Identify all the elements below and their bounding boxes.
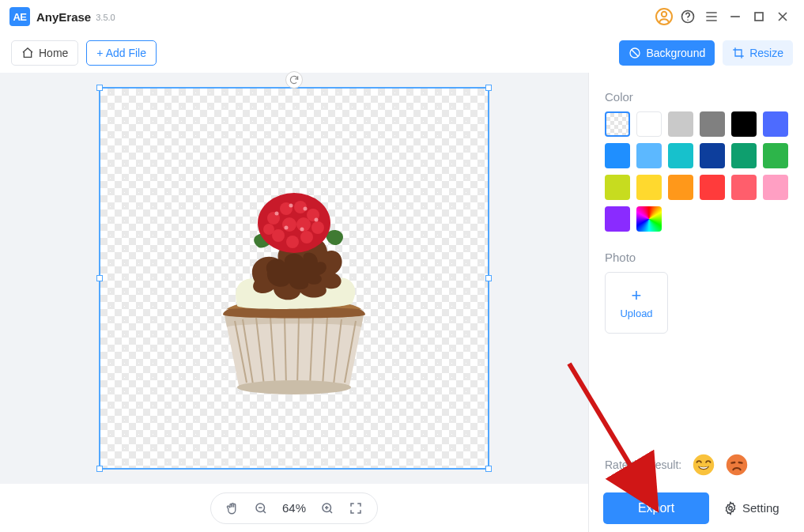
resize-handle-br[interactable]: [485, 466, 492, 472]
svg-point-25: [693, 455, 714, 475]
color-swatch-18[interactable]: [605, 206, 630, 232]
home-label: Home: [39, 47, 68, 59]
main-area: Color Photo + Upload Rate this result:: [0, 73, 804, 484]
zoom-out-button[interactable]: [254, 501, 268, 515]
pan-tool-button[interactable]: [225, 501, 240, 515]
svg-point-12: [311, 221, 324, 234]
gear-icon: [723, 501, 738, 515]
rate-happy-icon[interactable]: [693, 454, 715, 476]
menu-icon[interactable]: [700, 5, 723, 28]
color-swatch-9[interactable]: [700, 143, 725, 168]
background-icon: [628, 47, 641, 59]
color-swatch-2[interactable]: [668, 111, 693, 137]
upload-photo-button[interactable]: + Upload: [605, 272, 668, 334]
resize-button[interactable]: Resize: [723, 40, 793, 66]
fit-screen-button[interactable]: [349, 501, 363, 515]
zoom-in-button[interactable]: [320, 501, 334, 515]
background-label: Background: [646, 47, 705, 59]
svg-rect-4: [755, 13, 763, 21]
export-label: Export: [638, 501, 674, 515]
maximize-icon[interactable]: [747, 5, 771, 28]
footer-right: Export Setting: [589, 484, 804, 532]
export-button[interactable]: Export: [603, 492, 709, 524]
minimize-icon[interactable]: [723, 5, 747, 28]
footer-left: 64%: [0, 484, 589, 532]
svg-point-6: [237, 380, 351, 394]
resize-handle-bl[interactable]: [96, 466, 103, 472]
color-swatch-11[interactable]: [763, 143, 788, 168]
crop-icon: [732, 47, 745, 59]
rate-label: Rate this result:: [605, 458, 681, 471]
color-swatch-10[interactable]: [731, 143, 757, 168]
canvas-frame[interactable]: [99, 87, 489, 470]
svg-point-14: [286, 236, 299, 248]
svg-point-17: [282, 217, 296, 232]
color-swatch-14[interactable]: [668, 175, 693, 200]
color-swatches: [605, 111, 788, 232]
rotate-handle[interactable]: [285, 71, 303, 89]
color-swatch-12[interactable]: [605, 175, 630, 200]
app-name: AnyErase: [36, 10, 91, 24]
color-swatch-7[interactable]: [636, 143, 662, 168]
color-heading: Color: [605, 90, 788, 104]
svg-point-3: [687, 19, 689, 20]
svg-point-21: [304, 207, 308, 211]
svg-point-31: [729, 506, 733, 510]
home-button[interactable]: Home: [11, 40, 78, 66]
svg-point-23: [300, 228, 304, 232]
resize-handle-mr[interactable]: [485, 275, 492, 281]
color-swatch-13[interactable]: [636, 175, 662, 200]
photo-heading: Photo: [605, 251, 788, 264]
setting-button[interactable]: Setting: [723, 501, 779, 515]
rate-row: Rate this result:: [589, 454, 804, 476]
color-swatch-15[interactable]: [700, 175, 725, 200]
help-icon[interactable]: [676, 5, 700, 28]
add-file-button[interactable]: + Add File: [86, 40, 157, 66]
color-swatch-0[interactable]: [605, 111, 630, 137]
user-icon[interactable]: [652, 5, 676, 28]
color-swatch-1[interactable]: [636, 111, 662, 137]
titlebar: AE AnyErase 3.5.0: [0, 0, 804, 33]
home-icon: [21, 47, 34, 59]
app-version: 3.5.0: [96, 13, 115, 22]
svg-point-26: [727, 455, 747, 475]
canvas-area[interactable]: [0, 73, 589, 484]
setting-label: Setting: [742, 501, 779, 515]
color-swatch-5[interactable]: [763, 111, 788, 137]
svg-point-20: [289, 204, 293, 208]
upload-label: Upload: [620, 308, 652, 319]
zoom-value: 64%: [282, 501, 306, 515]
right-panel: Color Photo + Upload Rate this result:: [589, 73, 804, 484]
svg-point-1: [662, 12, 666, 17]
resize-label: Resize: [749, 47, 783, 59]
svg-point-13: [300, 231, 313, 243]
color-swatch-3[interactable]: [700, 111, 725, 137]
plus-icon: +: [632, 287, 642, 304]
svg-point-24: [285, 226, 289, 230]
add-file-label: + Add File: [96, 47, 146, 59]
svg-point-16: [263, 224, 274, 235]
resize-handle-ml[interactable]: [96, 275, 103, 281]
resize-handle-tl[interactable]: [96, 85, 103, 91]
zoom-controls: 64%: [210, 492, 378, 524]
rate-sad-icon[interactable]: [726, 454, 748, 476]
color-swatch-19[interactable]: [636, 206, 662, 232]
close-icon[interactable]: [771, 5, 795, 28]
resize-handle-tr[interactable]: [485, 85, 492, 91]
color-swatch-17[interactable]: [763, 175, 788, 200]
color-swatch-8[interactable]: [668, 143, 693, 168]
color-swatch-16[interactable]: [731, 175, 757, 200]
svg-point-19: [275, 212, 279, 216]
toolbar: Home + Add File Background Resize: [0, 33, 804, 73]
background-button[interactable]: Background: [619, 40, 715, 66]
color-swatch-6[interactable]: [605, 143, 630, 168]
footer: 64% Export Setting: [0, 484, 804, 532]
app-logo: AE: [9, 7, 30, 26]
color-swatch-4[interactable]: [731, 111, 757, 137]
svg-point-22: [315, 218, 319, 222]
cupcake-image: [199, 187, 389, 400]
